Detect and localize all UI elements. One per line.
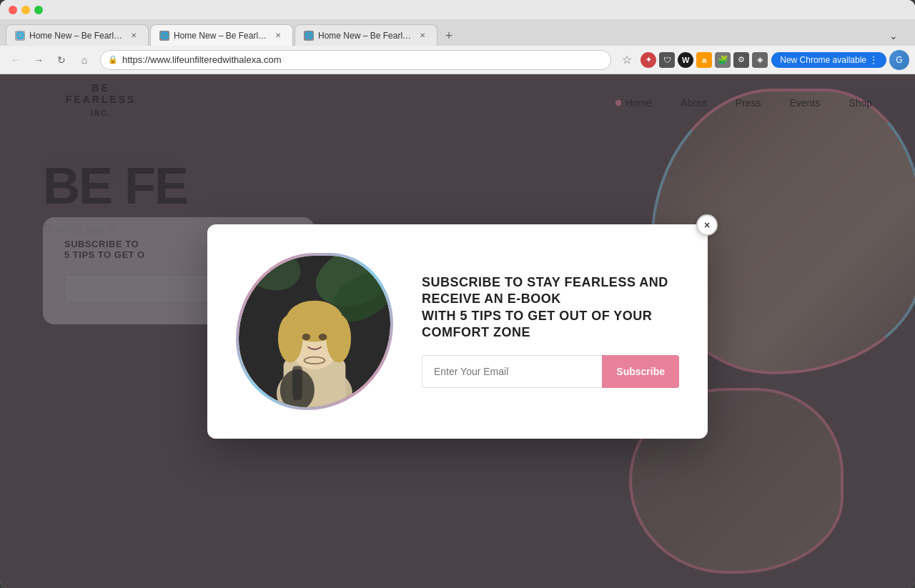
svg-point-10 (302, 333, 311, 340)
ext-icon-amazon[interactable]: a (696, 51, 713, 69)
tab-title-2: Home New – Be Fearless (174, 31, 268, 41)
modal-close-button[interactable]: × (696, 214, 718, 236)
url-display: https://www.lifeunfilteredwithalexa.com (122, 54, 603, 65)
svg-point-9 (326, 314, 351, 362)
modal-image (236, 253, 393, 410)
svg-point-8 (278, 314, 303, 362)
title-bar (0, 0, 915, 20)
browser-window: 🌐 Home New – Be Fearless ✕ 🌐 Home New – … (0, 0, 915, 588)
extensions-area: ✦ 🛡 W a 🧩 ⚙ ◈ (640, 51, 768, 69)
back-button[interactable]: ← (6, 50, 26, 70)
close-icon: × (704, 219, 710, 231)
ext-icon-puzzle[interactable]: 🧩 (714, 51, 731, 69)
modal-image-inner (239, 256, 390, 407)
tab-favicon-2: 🌐 (159, 31, 169, 41)
email-input[interactable] (422, 355, 602, 388)
minimize-window-button[interactable] (21, 6, 30, 14)
close-window-button[interactable] (9, 6, 17, 14)
traffic-lights (9, 6, 43, 14)
svg-rect-13 (292, 366, 302, 400)
person-illustration (239, 256, 390, 407)
new-chrome-menu-icon: ⋮ (869, 55, 878, 65)
tab-favicon-3: 🌐 (304, 31, 314, 41)
modal-form: Subscribe (422, 355, 679, 388)
forward-button[interactable]: → (29, 50, 49, 70)
reload-button[interactable]: ↻ (51, 50, 71, 70)
tab-close-3[interactable]: ✕ (417, 30, 428, 41)
ext-icon-1[interactable]: ⚙ (733, 51, 750, 69)
home-button[interactable]: ⌂ (74, 50, 94, 70)
browser-tab-3[interactable]: 🌐 Home New – Be Fearless ✕ (295, 24, 437, 46)
ext-icon-red[interactable]: ✦ (640, 51, 657, 69)
modal-title-text: SUBSCRIBE TO STAY FEARLESS AND RECEIVE A… (422, 275, 668, 306)
tab-favicon-1: 🌐 (15, 31, 25, 41)
modal-content: SUBSCRIBE TO STAY FEARLESS AND RECEIVE A… (422, 274, 679, 389)
tab-title-3: Home New – Be Fearless (318, 31, 412, 41)
new-chrome-label: New Chrome available (780, 55, 866, 65)
ext-icon-shield[interactable]: 🛡 (658, 51, 676, 69)
svg-point-11 (319, 333, 327, 340)
ext-icon-wordpress[interactable]: W (677, 51, 694, 69)
new-chrome-button[interactable]: New Chrome available ⋮ (771, 52, 886, 68)
subscribe-button[interactable]: Subscribe (602, 355, 679, 388)
tab-expand-icon[interactable]: ⌄ (884, 26, 904, 46)
modal-title: SUBSCRIBE TO STAY FEARLESS AND RECEIVE A… (422, 274, 679, 342)
address-bar[interactable]: 🔒 https://www.lifeunfilteredwithalexa.co… (100, 50, 611, 70)
modal-title-line2: WITH 5 TIPS TO GET OUT OF YOUR COMFORT Z… (422, 309, 652, 339)
ext-icon-2[interactable]: ◈ (751, 51, 768, 69)
tab-title-1: Home New – Be Fearless (29, 31, 124, 41)
new-tab-button[interactable]: + (439, 26, 459, 46)
bookmark-icon[interactable]: ☆ (617, 50, 637, 70)
browser-tab-1[interactable]: 🌐 Home New – Be Fearless ✕ (6, 24, 149, 46)
tab-bar: 🌐 Home New – Be Fearless ✕ 🌐 Home New – … (0, 20, 915, 46)
lock-icon: 🔒 (108, 55, 118, 64)
subscribe-label: Subscribe (616, 366, 665, 377)
modal-overlay: × (0, 74, 915, 588)
tab-close-1[interactable]: ✕ (128, 30, 139, 41)
browser-tab-2[interactable]: 🌐 Home New – Be Fearless ✕ (150, 24, 293, 46)
profile-icon[interactable]: G (889, 50, 909, 70)
subscribe-modal: × (207, 224, 708, 439)
nav-bar: ← → ↻ ⌂ 🔒 https://www.lifeunfilteredwith… (0, 46, 915, 74)
maximize-window-button[interactable] (34, 6, 43, 14)
tab-close-2[interactable]: ✕ (272, 30, 284, 41)
page-content: BE FEARLESS INC. LIFE UNFILTERED WITH AL… (0, 74, 915, 588)
